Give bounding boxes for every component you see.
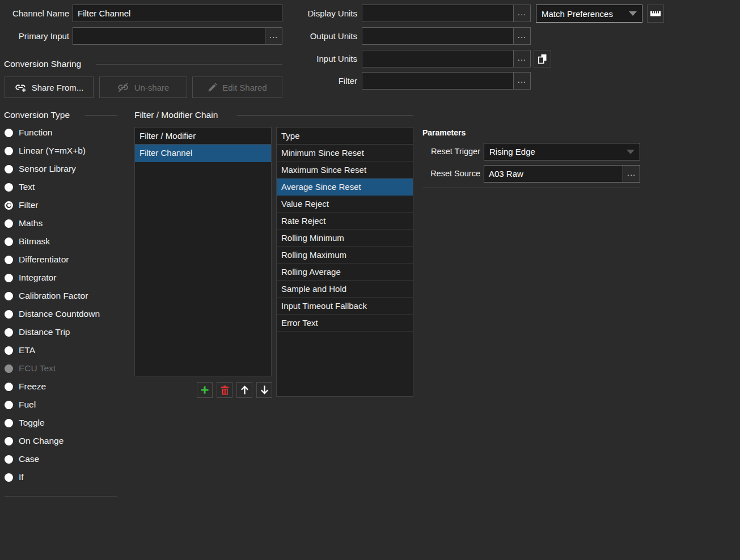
conversion-type-option-case[interactable]: Case — [5, 453, 39, 465]
primary-input-label: Primary Input — [0, 27, 69, 45]
chain-list: Filter / Modifier Filter Channel — [134, 127, 272, 376]
divider — [85, 115, 117, 116]
arrow-up-icon — [240, 385, 250, 395]
channel-editor-window: Channel Name Filter Channel Primary Inpu… — [0, 0, 740, 560]
ruler-button[interactable] — [647, 5, 664, 23]
reset-source-field[interactable]: A03 Raw ... — [484, 165, 640, 183]
chain-column-header[interactable]: Filter / Modifier — [135, 128, 271, 145]
radio-icon — [5, 328, 13, 337]
filter-label: Filter — [255, 72, 357, 90]
conversion-type-option-toggle[interactable]: Toggle — [5, 417, 45, 429]
conversion-type-option-maths[interactable]: Maths — [5, 217, 43, 230]
link-plus-icon — [15, 83, 27, 92]
channel-name-label: Channel Name — [0, 5, 69, 22]
type-list: Type Minimum Since Reset Maximum Since R… — [276, 127, 413, 397]
filter-browse-button[interactable]: ... — [513, 73, 530, 89]
output-units-browse-button[interactable]: ... — [513, 28, 530, 44]
display-units-value[interactable] — [362, 5, 513, 22]
radio-icon — [5, 401, 13, 409]
filter-field[interactable]: ... — [362, 72, 531, 90]
radio-icon — [5, 219, 13, 228]
conversion-type-option-if[interactable]: If — [5, 471, 24, 483]
conversion-type-option-freeze[interactable]: Freeze — [5, 380, 46, 393]
conversion-type-option-text[interactable]: Text — [5, 181, 35, 193]
delete-filter-button[interactable] — [217, 382, 232, 398]
add-filter-button[interactable] — [197, 382, 213, 398]
reset-source-browse-button[interactable]: ... — [623, 166, 640, 182]
radio-disabled-icon — [5, 364, 13, 373]
type-row-rate-reject[interactable]: Rate Reject — [277, 213, 413, 230]
reset-source-label: Reset Source — [400, 165, 480, 183]
radio-icon — [5, 419, 13, 427]
type-row-rolling-maximum[interactable]: Rolling Maximum — [277, 247, 413, 264]
type-row-rolling-average[interactable]: Rolling Average — [277, 264, 413, 281]
input-units-browse-button[interactable]: ... — [513, 50, 530, 67]
share-from-button[interactable]: Share From... — [5, 77, 94, 98]
conversion-type-option-eta[interactable]: ETA — [5, 344, 35, 357]
reset-trigger-value: Rising Edge — [489, 147, 535, 156]
conversion-type-option-distance-countdown[interactable]: Distance Countdown — [5, 308, 100, 320]
radio-icon — [5, 256, 13, 264]
channel-name-value[interactable]: Filter Channel — [73, 5, 282, 22]
plus-icon — [200, 385, 209, 394]
conversion-sharing-title: Conversion Sharing — [4, 59, 81, 69]
conversion-type-option-calibration-factor[interactable]: Calibration Factor — [5, 290, 88, 302]
type-row-average-since-reset[interactable]: Average Since Reset — [277, 179, 413, 196]
radio-icon — [5, 147, 13, 155]
conversion-type-option-fuel[interactable]: Fuel — [5, 398, 36, 411]
primary-input-value[interactable] — [73, 28, 265, 44]
conversion-type-option-linear[interactable]: Linear (Y=mX+b) — [5, 145, 86, 157]
radio-icon — [5, 274, 13, 282]
unshare-button[interactable]: Un-share — [99, 77, 187, 98]
radio-icon — [5, 455, 13, 464]
arrow-down-icon — [260, 385, 269, 395]
output-units-field[interactable]: ... — [362, 27, 531, 45]
reset-source-value[interactable]: A03 Raw — [484, 166, 623, 182]
move-down-button[interactable] — [256, 382, 272, 398]
divider — [5, 496, 117, 497]
conversion-type-option-function[interactable]: Function — [5, 126, 52, 139]
parameters-title: Parameters — [422, 128, 466, 137]
dropdown-arrow-icon — [629, 11, 637, 16]
type-row-minimum-since-reset[interactable]: Minimum Since Reset — [277, 145, 413, 162]
conversion-type-option-sensor-library[interactable]: Sensor Library — [5, 163, 76, 175]
radio-icon — [5, 292, 13, 300]
input-units-value[interactable] — [362, 50, 513, 67]
type-row-value-reject[interactable]: Value Reject — [277, 196, 413, 213]
radio-icon — [5, 473, 13, 482]
conversion-type-option-differentiator[interactable]: Differentiator — [5, 253, 69, 266]
reset-trigger-label: Reset Trigger — [400, 143, 480, 160]
input-units-field[interactable]: ... — [362, 50, 531, 67]
conversion-type-option-on-change[interactable]: On Change — [5, 435, 64, 447]
unshare-label: Un-share — [134, 83, 170, 92]
display-units-browse-button[interactable]: ... — [513, 5, 530, 22]
primary-input-field[interactable]: ... — [73, 27, 282, 45]
type-column-header[interactable]: Type — [277, 128, 413, 145]
type-row-maximum-since-reset[interactable]: Maximum Since Reset — [277, 162, 413, 179]
dropdown-arrow-icon — [627, 150, 635, 154]
reset-trigger-dropdown[interactable]: Rising Edge — [484, 143, 640, 160]
conversion-type-option-ecu-text: ECU Text — [5, 362, 56, 375]
conversion-type-option-filter[interactable]: Filter — [5, 199, 38, 211]
type-row-input-timeout-fallback[interactable]: Input Timeout Fallback — [277, 298, 413, 315]
conversion-type-option-distance-trip[interactable]: Distance Trip — [5, 326, 70, 338]
filter-value[interactable] — [362, 73, 513, 89]
match-preferences-dropdown[interactable]: Match Preferences — [536, 5, 642, 23]
conversion-type-option-integrator[interactable]: Integrator — [5, 271, 56, 284]
conversion-type-option-bitmask[interactable]: Bitmask — [5, 235, 50, 248]
chain-row-filter-channel[interactable]: Filter Channel — [135, 145, 271, 162]
conversion-type-title: Conversion Type — [4, 110, 70, 120]
divider — [422, 188, 641, 188]
type-row-rolling-minimum[interactable]: Rolling Minimum — [277, 230, 413, 247]
type-row-sample-and-hold[interactable]: Sample and Hold — [277, 281, 413, 298]
display-units-field[interactable]: ... — [362, 5, 531, 22]
input-units-label: Input Units — [255, 50, 357, 67]
channel-name-input[interactable]: Filter Channel — [73, 5, 282, 22]
type-row-error-text[interactable]: Error Text — [277, 315, 413, 332]
radio-icon — [5, 237, 13, 246]
move-up-button[interactable] — [236, 382, 252, 398]
copy-icon — [538, 54, 547, 64]
copy-units-button[interactable] — [534, 50, 551, 67]
radio-icon — [5, 165, 13, 173]
output-units-value[interactable] — [362, 28, 513, 44]
